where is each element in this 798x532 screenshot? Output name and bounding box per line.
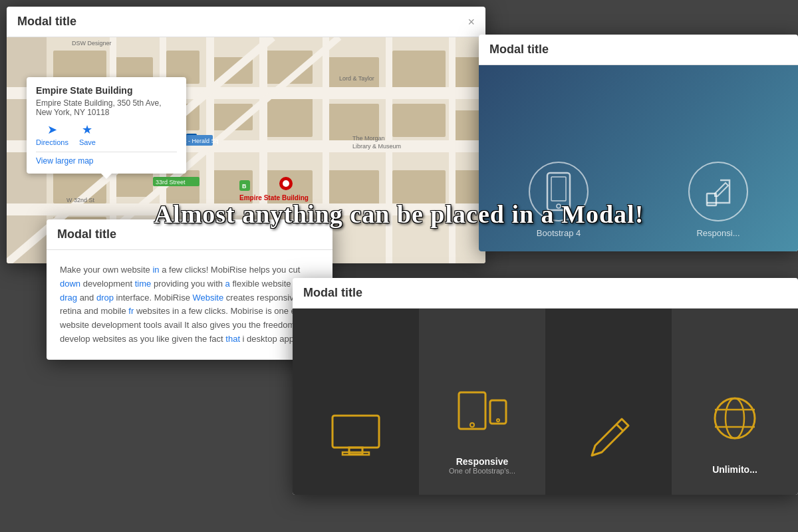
popup-divider [36,152,177,152]
svg-text:DSW Designer: DSW Designer [72,40,112,47]
pencil-icon [700,174,737,210]
link-down[interactable]: down [60,279,80,289]
popup-title: Empire State Building [36,85,177,96]
bootstrap-card: Bootstrap 4 [479,65,638,251]
svg-point-72 [726,398,744,438]
feature-card-globe: Unlimito... [672,309,798,495]
image-cards-container: Bootstrap 4 Responsi... [479,65,798,251]
directions-action[interactable]: ➤ Directions [36,122,68,146]
responsive-card: Responsi... [638,65,798,251]
modal-text-content: Make your own website in a few clicks! M… [60,263,319,346]
globe-feature-label: Unlimito... [712,464,757,475]
svg-rect-21 [392,51,446,90]
link-time[interactable]: time [135,279,152,289]
svg-point-67 [470,423,474,427]
link-drag[interactable]: drag [60,293,77,303]
link-drop[interactable]: drop [96,293,114,303]
bootstrap-label: Bootstrap 4 [537,228,581,238]
svg-text:Library & Museum: Library & Museum [352,143,401,150]
modal-map-header: Modal title × [7,7,485,37]
modal-map-close[interactable]: × [467,16,475,28]
svg-point-69 [497,419,499,422]
svg-rect-36 [449,37,456,263]
svg-rect-35 [386,37,392,263]
svg-rect-16 [266,97,313,137]
svg-point-56 [283,180,289,187]
link-that[interactable]: that [225,334,240,344]
svg-text:Lord & Taylor: Lord & Taylor [339,75,374,82]
monitor-icon [329,412,382,462]
phone-icon-circle [529,162,589,221]
pencil-icon-circle [688,162,748,221]
modal-text-header: Modal title [47,219,332,250]
directions-label: Directions [36,138,68,146]
svg-rect-64 [349,448,362,454]
modal-image: Modal title Bootstrap 4 [479,35,798,251]
directions-icon: ➤ [47,122,57,137]
link-a[interactable]: a [225,279,230,289]
modal-image-title: Modal title [489,43,549,57]
svg-text:W 32nd St: W 32nd St [66,197,95,203]
svg-rect-11 [166,170,200,203]
view-larger-map-link[interactable]: View larger map [36,156,93,166]
modal-map-title: Modal title [17,15,76,29]
modal-features: Modal title Responsive [293,278,798,495]
save-action[interactable]: ★ Save [79,122,96,146]
modal-features-header: Modal title [293,278,798,309]
svg-point-60 [557,204,561,208]
modal-text-body: Make your own website in a few clicks! M… [47,250,332,360]
responsive-feature-sub: One of Bootstrap's... [449,467,515,475]
popup-actions: ➤ Directions ★ Save [36,122,177,146]
link-in[interactable]: in [152,265,159,275]
feature-card-edit [545,309,672,495]
svg-text:33rd Street: 33rd Street [156,179,186,186]
globe-icon [708,395,761,444]
svg-point-71 [715,398,755,438]
save-label: Save [79,138,96,146]
svg-line-70 [616,424,623,431]
map-info-popup: Empire State Building Empire State Build… [27,77,186,174]
svg-rect-22 [392,104,446,137]
popup-address: Empire State Building, 350 5th Ave,New Y… [36,98,177,117]
edit-pencil-icon [582,412,635,462]
responsive-feature-label: Responsive [456,456,509,467]
svg-rect-63 [332,416,379,448]
svg-rect-59 [551,177,566,201]
feature-card-monitor [293,309,419,495]
svg-rect-8 [113,170,153,197]
svg-rect-18 [326,57,379,90]
responsive-label: Responsi... [696,228,739,238]
link-website[interactable]: Website [192,293,223,303]
modal-image-body: Bootstrap 4 Responsi... [479,65,798,251]
feature-card-responsive: Responsive One of Bootstrap's... [419,309,545,495]
phone-icon [542,172,575,211]
save-icon: ★ [82,122,92,137]
svg-rect-68 [490,400,506,424]
svg-text:The Morgan: The Morgan [352,135,385,142]
modal-image-header: Modal title [479,35,798,65]
svg-text:Empire State Building: Empire State Building [239,194,309,201]
tablet-icon [456,387,509,436]
modal-features-title: Modal title [303,286,362,300]
modal-text-title: Modal title [57,227,116,241]
svg-text:B: B [242,183,247,190]
modal-text: Modal title Make your own website in a f… [47,219,332,360]
modal-features-body: Responsive One of Bootstrap's... [293,309,798,495]
link-fr[interactable]: fr [128,306,134,316]
